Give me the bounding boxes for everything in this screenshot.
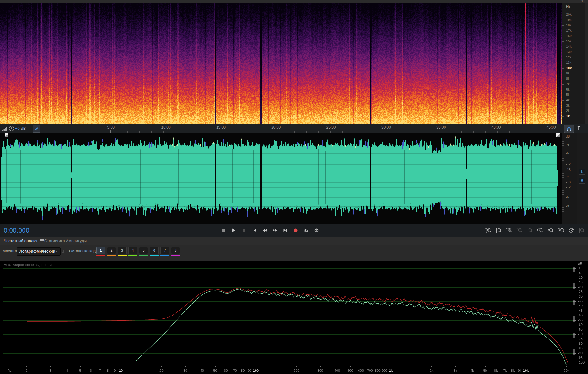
selection-handle-right[interactable] — [556, 133, 560, 137]
x-axis-tick-label: 2 — [25, 369, 27, 372]
frame-hold-color-bar — [96, 255, 105, 256]
frequency-analysis-chart: Анализированное выделение дБ Гц 23456789… — [0, 261, 588, 374]
frame-hold-button-1[interactable]: 1 — [96, 247, 105, 256]
spectrogram-display[interactable] — [0, 3, 562, 124]
frame-hold-number: 3 — [118, 247, 127, 254]
record-button[interactable] — [292, 226, 300, 234]
zoom-timer-button[interactable] — [567, 227, 575, 234]
y-axis-tick-label: -60 — [578, 323, 583, 327]
zoom-to-selection-button[interactable] — [557, 227, 565, 234]
x-axis-tick-label: 100 — [253, 369, 259, 372]
frequency-scale: Hz 20k19k18k17k16k15k14k13k12k11k10k9k8k… — [562, 3, 588, 124]
freq-scale-tick — [562, 111, 564, 111]
stop-button[interactable] — [219, 226, 227, 234]
clock-icon[interactable] — [8, 125, 15, 133]
freq-scale-tick — [562, 116, 564, 117]
zoom-in-horizontal-button[interactable] — [505, 227, 513, 234]
zoom-in-vertical-button[interactable] — [484, 227, 492, 234]
fast-forward-button[interactable] — [271, 226, 279, 234]
timeline-label: 30:00 — [381, 125, 391, 129]
tab-frequency-analysis[interactable]: Частотный анализ — [1, 237, 47, 245]
freq-scale-tick — [562, 47, 564, 47]
waveform-display[interactable] — [0, 133, 562, 224]
selection-handle-left[interactable] — [5, 133, 8, 137]
y-axis-unit: дБ — [578, 262, 582, 266]
x-axis-tick-label: 10k — [523, 369, 529, 372]
frame-hold-color-bar — [171, 255, 180, 256]
freq-scale-label: 7k — [566, 82, 570, 86]
loop-playback-button[interactable] — [302, 226, 310, 234]
copy-graph-button[interactable] — [59, 248, 65, 254]
x-axis-tick-label: 700 — [367, 369, 373, 372]
frame-hold-button-5[interactable]: 5 — [139, 247, 148, 256]
frame-hold-button-6[interactable]: 6 — [150, 247, 159, 256]
zoom-out-horizontal-button[interactable] — [515, 227, 523, 234]
frame-hold-buttons: 12345678 — [96, 247, 180, 256]
x-axis-unit: Гц — [8, 369, 11, 372]
x-axis-tick-label: 5k — [483, 369, 487, 372]
y-axis-tick-label: -10 — [578, 276, 583, 279]
x-axis-tick-label: 90 — [248, 369, 251, 372]
zoom-to-out-point-button[interactable] — [547, 227, 554, 234]
tab-label: Частотный анализ — [4, 239, 37, 243]
freq-scale-label: 10k — [566, 66, 572, 70]
time-ruler[interactable]: 5:0010:0015:0020:0025:0030:0035:0040:004… — [41, 124, 562, 134]
play-button[interactable] — [229, 226, 238, 234]
y-axis-tick-label: -55 — [578, 318, 583, 322]
skip-selection-button[interactable] — [312, 226, 321, 234]
y-axis-tick-label: -70 — [578, 332, 583, 336]
x-axis-tick-label: 3 — [49, 369, 51, 372]
waveform-panel: dB -3-6-12-18-∞-18-12-6-3 LR — [0, 133, 588, 224]
db-scale-label: -∞ — [566, 174, 569, 178]
y-axis-tick-label: -80 — [578, 342, 583, 345]
levels-icon[interactable] — [2, 126, 8, 133]
pin-timeline-button[interactable] — [33, 125, 40, 133]
frame-hold-color-bar — [139, 255, 148, 256]
freq-scale-label: 12k — [566, 55, 572, 59]
splitter-grip-icon[interactable] — [290, 224, 299, 226]
x-axis-tick-label: 300 — [317, 369, 323, 372]
playhead-time-display[interactable]: 0:00.000 — [4, 227, 30, 234]
scale-dropdown[interactable]: Логарифмический — [17, 247, 61, 256]
channel-r-button[interactable]: R — [579, 178, 585, 184]
zoom-full-button[interactable] — [578, 227, 585, 234]
frame-hold-button-3[interactable]: 3 — [118, 247, 127, 256]
channel-l-button[interactable]: L — [579, 169, 585, 175]
freq-scale-tick — [562, 74, 564, 74]
marker-pin-button[interactable] — [576, 125, 581, 133]
chart-title: Анализированное выделение — [4, 263, 53, 267]
x-axis-tick-label: 5 — [79, 369, 81, 372]
zoom-reset-button[interactable] — [526, 227, 534, 234]
timeline-label: 15:00 — [216, 125, 226, 129]
skip-to-end-button[interactable] — [281, 226, 289, 234]
x-axis-tick-label: 1k — [389, 369, 393, 372]
x-axis-tick-label: 3k — [453, 369, 457, 372]
zoom-out-vertical-button[interactable] — [495, 227, 503, 234]
frame-hold-button-2[interactable]: 2 — [107, 247, 116, 256]
timeline-label: 40:00 — [491, 125, 501, 129]
gain-indicator[interactable]: +0 dB — [15, 126, 26, 131]
skip-to-start-button[interactable] — [250, 226, 258, 234]
x-axis-tick-label: 40 — [200, 369, 204, 372]
freq-scale-tick — [562, 100, 564, 101]
y-axis-tick-label: -45 — [578, 309, 583, 312]
tab-amplitude-statistics[interactable]: Статистика Амплитуды — [41, 237, 90, 245]
y-axis-tick-label: -35 — [578, 299, 583, 303]
zoom-to-in-point-button[interactable] — [536, 227, 544, 234]
frequency-plot[interactable] — [0, 261, 588, 374]
vertical-scrollbar[interactable] — [585, 3, 588, 124]
y-axis-tick-label: -50 — [578, 313, 583, 317]
rewind-button[interactable] — [261, 226, 269, 234]
scrollbar-grip-icon[interactable] — [290, 1, 299, 2]
frame-hold-button-8[interactable]: 8 — [171, 247, 180, 256]
pause-button[interactable] — [240, 226, 248, 234]
freq-scale-tick — [562, 41, 564, 42]
frame-hold-button-7[interactable]: 7 — [160, 247, 169, 256]
frame-hold-number: 1 — [96, 247, 105, 254]
frame-hold-number: 7 — [160, 247, 169, 254]
toggle-snapping-button[interactable] — [564, 125, 574, 133]
chevron-down-icon[interactable]: ▾ — [581, 0, 583, 3]
frame-hold-button-4[interactable]: 4 — [128, 247, 137, 256]
y-axis-tick-label: -40 — [578, 304, 583, 308]
db-scale-label: -18 — [566, 180, 571, 184]
